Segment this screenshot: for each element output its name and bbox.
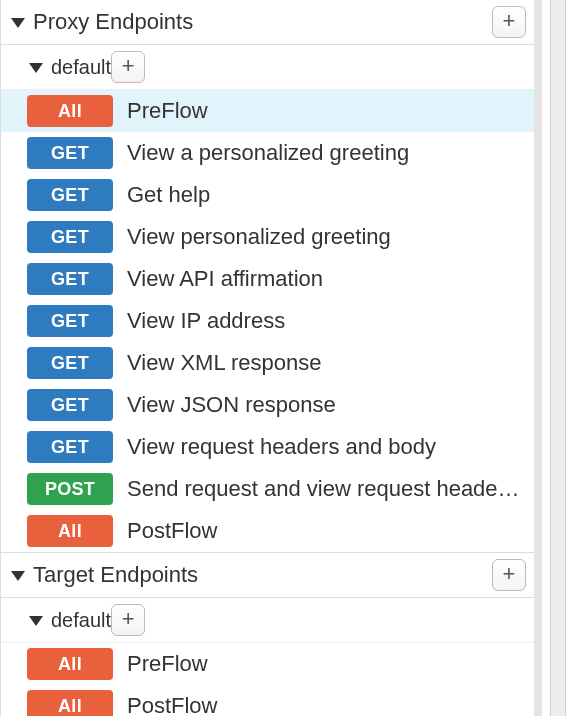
add-flow-button[interactable]: + xyxy=(111,604,145,636)
method-badge: All xyxy=(27,690,113,716)
flow-row[interactable]: GET View personalized greeting xyxy=(1,216,534,258)
flow-label: Send request and view request headers an… xyxy=(127,476,526,502)
method-badge: GET xyxy=(27,263,113,295)
method-badge: GET xyxy=(27,305,113,337)
flow-row[interactable]: GET Get help xyxy=(1,174,534,216)
add-proxy-endpoint-button[interactable]: + xyxy=(492,6,526,38)
method-badge: GET xyxy=(27,431,113,463)
method-badge: GET xyxy=(27,347,113,379)
section-title: Target Endpoints xyxy=(33,562,492,588)
plus-icon: + xyxy=(503,563,516,585)
flow-label: Get help xyxy=(127,182,526,208)
method-badge: GET xyxy=(27,389,113,421)
section-title: Proxy Endpoints xyxy=(33,9,492,35)
section-header-proxy-endpoints[interactable]: Proxy Endpoints + xyxy=(1,0,534,45)
flow-row[interactable]: GET View API affirmation xyxy=(1,258,534,300)
add-flow-button[interactable]: + xyxy=(111,51,145,83)
chevron-down-icon xyxy=(29,616,43,626)
plus-icon: + xyxy=(122,608,135,630)
flow-row[interactable]: All PreFlow xyxy=(1,90,534,132)
method-badge: GET xyxy=(27,221,113,253)
chevron-down-icon xyxy=(11,18,25,28)
flow-row[interactable]: GET View XML response xyxy=(1,342,534,384)
plus-icon: + xyxy=(503,10,516,32)
add-target-endpoint-button[interactable]: + xyxy=(492,559,526,591)
method-badge: GET xyxy=(27,179,113,211)
flow-row[interactable]: POST Send request and view request heade… xyxy=(1,468,534,510)
flow-label: PostFlow xyxy=(127,693,526,716)
method-badge: All xyxy=(27,648,113,680)
flow-label: View API affirmation xyxy=(127,266,526,292)
plus-icon: + xyxy=(122,55,135,77)
flow-label: View personalized greeting xyxy=(127,224,526,250)
endpoint-name: default xyxy=(51,609,111,632)
endpoint-header-proxy-default[interactable]: default + xyxy=(1,45,534,90)
scrollbar-track[interactable] xyxy=(550,0,566,716)
flow-label: View a personalized greeting xyxy=(127,140,526,166)
method-badge: GET xyxy=(27,137,113,169)
chevron-down-icon xyxy=(11,571,25,581)
flow-label: PreFlow xyxy=(127,98,526,124)
flow-label: View IP address xyxy=(127,308,526,334)
chevron-down-icon xyxy=(29,63,43,73)
flow-label: PostFlow xyxy=(127,518,526,544)
section-header-target-endpoints[interactable]: Target Endpoints + xyxy=(1,552,534,598)
flow-row[interactable]: GET View request headers and body xyxy=(1,426,534,468)
flow-row[interactable]: GET View JSON response xyxy=(1,384,534,426)
flow-row[interactable]: GET View IP address xyxy=(1,300,534,342)
method-badge: All xyxy=(27,515,113,547)
flow-label: View request headers and body xyxy=(127,434,526,460)
flow-label: PreFlow xyxy=(127,651,526,677)
endpoint-header-target-default[interactable]: default + xyxy=(1,598,534,643)
flow-label: View XML response xyxy=(127,350,526,376)
flow-row[interactable]: All PostFlow xyxy=(1,685,534,716)
endpoint-name: default xyxy=(51,56,111,79)
flow-row[interactable]: All PreFlow xyxy=(1,643,534,685)
flow-row[interactable]: GET View a personalized greeting xyxy=(1,132,534,174)
flow-label: View JSON response xyxy=(127,392,526,418)
method-badge: All xyxy=(27,95,113,127)
flow-row[interactable]: All PostFlow xyxy=(1,510,534,552)
method-badge: POST xyxy=(27,473,113,505)
